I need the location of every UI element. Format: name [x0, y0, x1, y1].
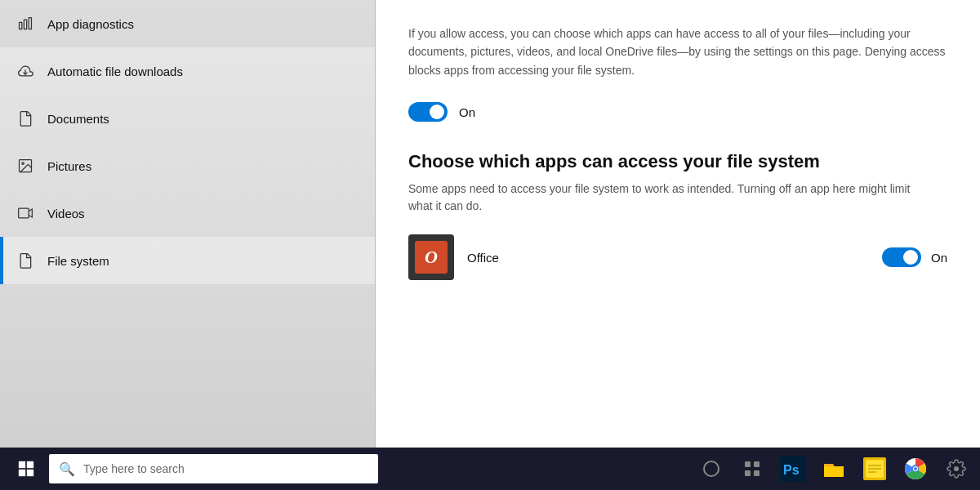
- folder-icon: [822, 457, 845, 480]
- sidebar-item-documents[interactable]: Documents: [0, 95, 376, 142]
- sidebar: App diagnostics Automatic file downloads: [0, 0, 376, 448]
- search-placeholder-text: Type here to search: [83, 462, 185, 475]
- chrome-taskbar-icon[interactable]: [898, 452, 933, 486]
- office-toggle[interactable]: [882, 247, 921, 267]
- sidebar-item-app-diagnostics[interactable]: App diagnostics: [0, 0, 376, 47]
- svg-rect-0: [20, 22, 22, 29]
- svg-rect-11: [745, 461, 751, 467]
- sidebar-item-file-system[interactable]: File system: [0, 237, 376, 284]
- svg-point-10: [704, 461, 719, 476]
- video-icon: [16, 204, 34, 222]
- sidebar-label-automatic-file-downloads: Automatic file downloads: [47, 65, 183, 78]
- main-toggle-row: On: [408, 102, 947, 122]
- task-view-icon: [743, 460, 761, 478]
- cloud-download-icon: [16, 62, 34, 80]
- taskbar-icons: Ps: [694, 452, 973, 486]
- sidebar-divider: [375, 0, 376, 448]
- main-toggle[interactable]: [408, 102, 448, 122]
- cortana-icon[interactable]: [694, 452, 728, 486]
- cortana-circle-icon: [702, 460, 720, 478]
- main-toggle-label: On: [459, 105, 475, 119]
- content-area: If you allow access, you can choose whic…: [376, 0, 980, 448]
- svg-rect-14: [754, 470, 760, 476]
- svg-rect-5: [19, 208, 29, 218]
- office-app-icon: O: [408, 234, 454, 280]
- office-toggle-row: On: [882, 247, 947, 267]
- office-toggle-label: On: [931, 251, 947, 265]
- sticky-notes-taskbar-icon[interactable]: [858, 452, 892, 486]
- gear-icon: [947, 459, 966, 479]
- svg-rect-7: [27, 461, 33, 468]
- sidebar-item-videos[interactable]: Videos: [0, 189, 376, 237]
- start-button[interactable]: [7, 449, 46, 488]
- office-inner-icon: O: [415, 241, 448, 274]
- sidebar-label-videos: Videos: [47, 207, 85, 220]
- svg-rect-9: [27, 470, 33, 476]
- main-content: App diagnostics Automatic file downloads: [0, 0, 980, 448]
- sidebar-item-pictures[interactable]: Pictures: [0, 142, 376, 189]
- svg-point-26: [914, 467, 917, 470]
- taskbar-search-bar[interactable]: 🔍 Type here to search: [49, 454, 378, 483]
- file-explorer-taskbar-icon[interactable]: [817, 452, 851, 486]
- picture-icon: [16, 157, 34, 175]
- sticky-notes-icon: [863, 457, 886, 480]
- ps-icon: Ps: [780, 456, 806, 482]
- sidebar-label-pictures: Pictures: [47, 159, 91, 173]
- choose-apps-section: Choose which apps can access your file s…: [408, 151, 947, 280]
- svg-point-4: [22, 163, 24, 165]
- app-row-office: O Office On: [408, 234, 947, 280]
- taskbar: 🔍 Type here to search Ps: [0, 448, 980, 490]
- photoshop-taskbar-icon[interactable]: Ps: [776, 452, 810, 486]
- file-icon: [16, 252, 34, 270]
- svg-rect-1: [24, 20, 26, 29]
- office-letter: O: [425, 247, 438, 268]
- task-view-button[interactable]: [735, 452, 769, 486]
- chart-icon: [16, 15, 34, 33]
- svg-rect-13: [745, 470, 751, 476]
- choose-apps-title: Choose which apps can access your file s…: [408, 151, 947, 172]
- document-icon: [16, 109, 34, 127]
- choose-apps-desc: Some apps need to access your file syste…: [408, 180, 915, 215]
- sidebar-label-app-diagnostics: App diagnostics: [47, 17, 134, 31]
- svg-rect-8: [19, 470, 25, 476]
- file-system-description: If you allow access, you can choose whic…: [408, 24, 947, 79]
- search-icon: 🔍: [59, 461, 75, 477]
- sidebar-label-documents: Documents: [47, 112, 109, 126]
- settings-taskbar-icon[interactable]: [939, 452, 973, 486]
- sidebar-label-file-system: File system: [47, 254, 109, 268]
- sidebar-item-automatic-file-downloads[interactable]: Automatic file downloads: [0, 47, 376, 95]
- office-app-name: Office: [467, 251, 869, 265]
- svg-text:Ps: Ps: [783, 463, 800, 477]
- windows-icon: [18, 461, 34, 477]
- svg-rect-2: [29, 18, 31, 29]
- chrome-icon: [904, 457, 927, 480]
- svg-rect-6: [19, 461, 25, 468]
- svg-rect-12: [754, 461, 760, 467]
